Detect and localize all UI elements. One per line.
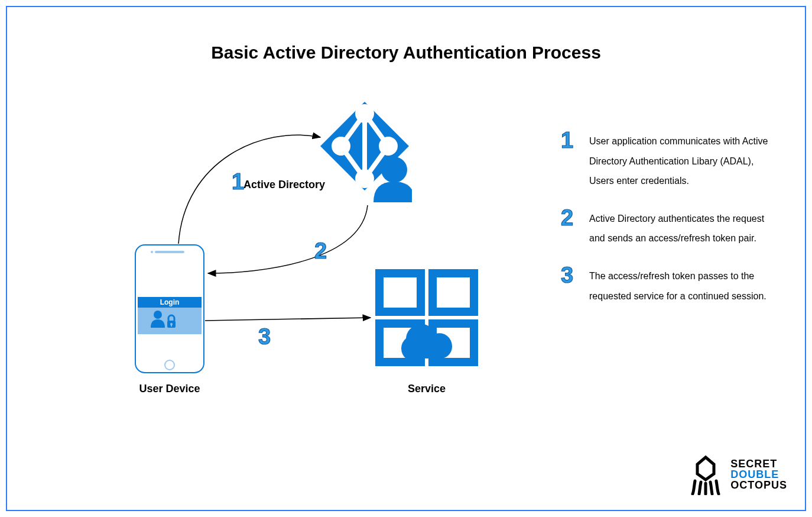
step-3-number: 3 xyxy=(561,263,574,287)
step-1: 1 User application communicates with Act… xyxy=(560,131,778,191)
brand-line-1: SECRET xyxy=(730,458,787,469)
step-1-text: User application communicates with Activ… xyxy=(589,131,778,191)
octopus-icon xyxy=(688,454,723,495)
flow-number-2: 2 xyxy=(314,238,327,263)
steps-panel: 1 User application communicates with Act… xyxy=(560,131,778,324)
step-3-text: The access/refresh token passes to the r… xyxy=(589,266,778,306)
brand-logo: SECRET DOUBLE OCTOPUS xyxy=(688,454,787,495)
brand-line-2: DOUBLE xyxy=(730,469,787,480)
step-2-text: Active Directory authenticates the reque… xyxy=(589,209,778,248)
step-2-number: 2 xyxy=(561,205,574,230)
step-2: 2 Active Directory authenticates the req… xyxy=(560,209,778,248)
flow-number-3: 3 xyxy=(258,324,271,349)
flow-number-1: 1 xyxy=(232,169,245,194)
brand-line-3: OCTOPUS xyxy=(730,480,787,490)
step-3: 3 The access/refresh token passes to the… xyxy=(560,266,778,306)
step-1-number: 1 xyxy=(561,128,574,153)
diagram-frame: Basic Active Directory Authentication Pr… xyxy=(6,6,806,511)
